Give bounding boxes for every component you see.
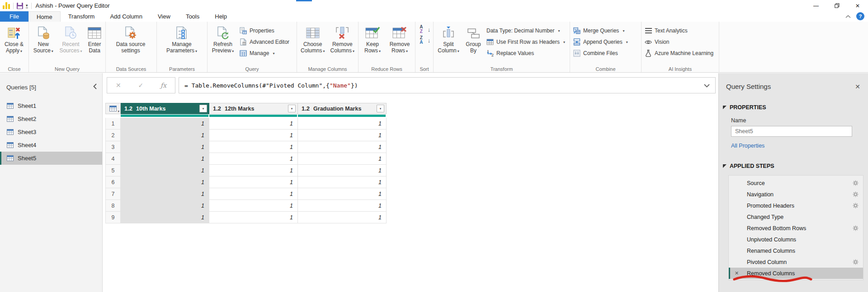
applied-step-renamed-columns[interactable]: Renamed Columns [729,245,863,256]
table-cell[interactable]: 1 [298,118,387,130]
gear-icon[interactable] [853,203,859,209]
table-cell[interactable]: 1 [298,176,387,188]
enter-data-button[interactable]: Enter Data [85,23,104,65]
query-list-item-sheet3[interactable]: Sheet3 [0,125,102,139]
help-icon[interactable]: ? [856,12,864,20]
select-all-corner-button[interactable]: ▾ [105,103,121,114]
close-panel-icon[interactable]: ✕ [855,83,860,90]
table-cell[interactable]: 1 [209,212,298,223]
row-number[interactable]: 9 [105,212,121,223]
table-cell[interactable]: 1 [209,188,298,200]
applied-step-pivoted-column[interactable]: Pivoted Column [729,256,863,268]
merge-queries-button[interactable]: Merge Queries ▾ [571,27,630,35]
refresh-preview-button[interactable]: Refresh Preview▾ [208,23,237,65]
remove-columns-button[interactable]: Remove Columns▾ [328,23,358,65]
row-number[interactable]: 4 [105,153,121,165]
properties-button[interactable]: Properties [237,27,292,35]
azure-ml-button[interactable]: Azure Machine Learning [642,49,716,57]
tab-help[interactable]: Help [207,11,235,22]
decimal-type-icon[interactable]: 1.2 [302,105,310,112]
table-cell[interactable]: 1 [298,212,387,223]
group-by-button[interactable]: Group By [462,23,484,65]
decimal-type-icon[interactable]: 1.2 [213,105,221,112]
applied-step-unpivoted-columns[interactable]: Unpivoted Columns [729,234,863,245]
table-cell[interactable]: 1 [121,118,209,130]
collapse-ribbon-icon[interactable] [845,13,851,20]
gear-icon[interactable] [853,225,859,231]
table-cell[interactable]: 1 [209,153,298,165]
table-cell[interactable]: 1 [209,130,298,141]
query-list-item-sheet4[interactable]: Sheet4 [0,139,102,152]
table-cell[interactable]: 1 [121,165,209,176]
query-list-item-sheet5[interactable]: Sheet5 [0,152,102,165]
applied-step-removed-bottom-rows[interactable]: Removed Bottom Rows [729,222,863,234]
query-name-input[interactable]: Sheet5 [731,126,852,137]
table-cell[interactable]: 1 [298,130,387,141]
data-source-settings-button[interactable]: Data source settings [107,23,155,65]
gear-icon[interactable] [853,180,859,186]
table-cell[interactable]: 1 [209,176,298,188]
formula-check-icon[interactable]: ✓ [138,82,143,89]
manage-parameters-button[interactable]: Manage Parameters▾ [158,23,206,65]
text-analytics-button[interactable]: Text Analytics [642,27,716,35]
table-cell[interactable]: 1 [121,130,209,141]
row-number[interactable]: 1 [105,118,121,130]
table-cell[interactable]: 1 [121,200,209,212]
restore-button[interactable] [826,0,847,11]
vision-button[interactable]: Vision [642,38,716,46]
tab-transform[interactable]: Transform [61,11,103,22]
column-header-10th-marks[interactable]: 1.2 10th Marks ▾ [121,103,209,114]
table-cell[interactable]: 1 [121,188,209,200]
gear-icon[interactable] [853,191,859,197]
tab-add-column[interactable]: Add Column [102,11,150,22]
expand-formula-bar-icon[interactable] [661,75,710,96]
row-number[interactable]: 7 [105,188,121,200]
table-cell[interactable]: 1 [121,176,209,188]
table-cell[interactable]: 1 [298,165,387,176]
applied-step-source[interactable]: Source [729,177,863,189]
query-list-item-sheet1[interactable]: Sheet1 [0,99,102,112]
keep-rows-button[interactable]: Keep Rows▾ [359,23,386,65]
save-icon[interactable] [17,3,23,9]
table-cell[interactable]: 1 [209,165,298,176]
data-type-button[interactable]: Data Type: Decimal Number ▾ [484,27,567,35]
replace-values-button[interactable]: 1 2 Replace Values [484,49,567,57]
remove-rows-button[interactable]: Remove Rows▾ [386,23,414,65]
all-properties-link[interactable]: All Properties [731,143,868,149]
sort-ascending-button[interactable]: AZ ↓ [418,25,431,33]
table-cell[interactable]: 1 [121,141,209,153]
table-cell[interactable]: 1 [209,200,298,212]
gear-icon[interactable] [853,259,859,265]
append-queries-button[interactable]: Append Queries ▾ [571,38,630,46]
tab-home[interactable]: Home [28,11,61,22]
close-button[interactable]: ✕ [847,0,868,11]
minimize-button[interactable]: — [806,0,826,11]
manage-button[interactable]: Manage ▾ [237,49,292,57]
quick-access-caret-icon[interactable]: ▾ [26,4,28,8]
table-cell[interactable]: 1 [298,153,387,165]
applied-steps-section-header[interactable]: APPLIED STEPS [723,163,868,169]
fx-icon[interactable]: ƒx [160,82,166,89]
recent-sources-button[interactable]: Recent Sources▾ [57,23,85,65]
formula-input[interactable]: = Table.RemoveColumns(#"Pivoted Column",… [179,77,716,93]
row-number[interactable]: 6 [105,176,121,188]
table-cell[interactable]: 1 [209,141,298,153]
table-cell[interactable]: 1 [209,118,298,130]
filter-dropdown-button[interactable]: ▾ [377,105,384,112]
applied-step-changed-type[interactable]: Changed Type [729,211,863,222]
column-header-12th-marks[interactable]: 1.2 12th Marks ▾ [209,103,298,114]
applied-step-navigation[interactable]: Navigation [729,189,863,200]
choose-columns-button[interactable]: Choose Columns▾ [298,23,328,65]
properties-section-header[interactable]: PROPERTIES [723,104,868,111]
table-cell[interactable]: 1 [298,188,387,200]
row-number[interactable]: 2 [105,130,121,141]
combine-files-button[interactable]: Combine Files [571,49,630,57]
tab-view[interactable]: View [150,11,178,22]
filter-dropdown-button[interactable]: ▾ [288,105,296,112]
use-first-row-button[interactable]: Use First Row as Headers ▾ [484,38,567,46]
advanced-editor-button[interactable]: Advanced Editor [237,38,292,46]
table-cell[interactable]: 1 [298,200,387,212]
formula-cancel-icon[interactable]: ✕ [116,82,121,89]
collapse-queries-panel-icon[interactable] [93,83,97,91]
filter-dropdown-button[interactable]: ▾ [199,105,207,112]
